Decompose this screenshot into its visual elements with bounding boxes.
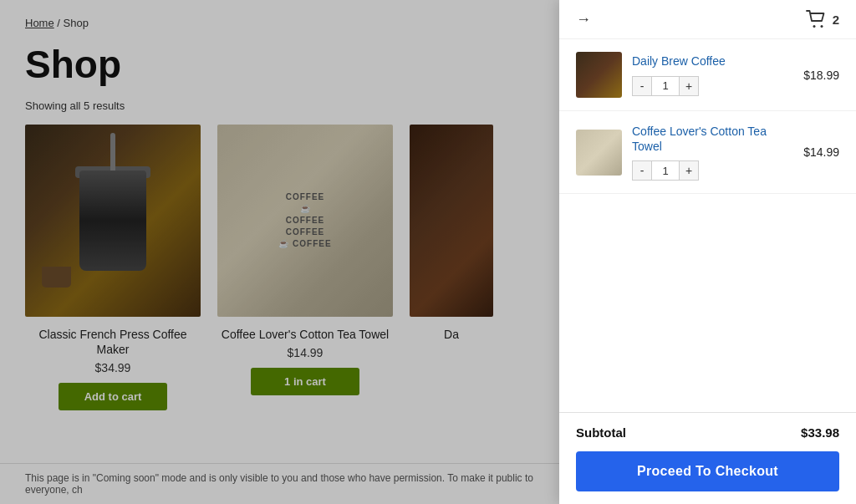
cart-item-price-daily-brew: $18.99 <box>803 69 839 82</box>
subtotal-row: Subtotal $33.98 <box>576 425 839 440</box>
cart-panel: → 2 Daily Brew Coffee - 1 + <box>559 0 856 504</box>
svg-point-1 <box>820 25 823 28</box>
product-name-tea-towel: Coffee Lover's Cotton Tea Towel <box>217 327 393 342</box>
breadcrumb-separator: / <box>57 17 63 29</box>
cart-item-image-daily-brew <box>576 52 622 98</box>
product-name-partial: Da <box>410 327 493 342</box>
cart-footer: Subtotal $33.98 Proceed To Checkout <box>559 412 856 504</box>
qty-controls-tea-towel: - 1 + <box>632 160 793 181</box>
product-card-tea-towel: COFFEE☕COFFEECOFFEE☕ COFFEE Coffee Lover… <box>217 125 393 410</box>
product-price-french-press: $34.99 <box>25 361 201 374</box>
cart-icon-wrapper: 2 <box>806 10 839 28</box>
cart-items-list: Daily Brew Coffee - 1 + $18.99 Coffee Lo… <box>559 39 856 412</box>
cart-item-price-tea-towel: $14.99 <box>803 145 839 159</box>
product-image-french-press <box>25 125 201 317</box>
product-image-tea-towel: COFFEE☕COFFEECOFFEE☕ COFFEE <box>217 125 393 317</box>
subtotal-label: Subtotal <box>576 425 626 440</box>
product-price-tea-towel: $14.99 <box>217 346 393 359</box>
cart-count-badge: 2 <box>833 13 839 27</box>
cart-item-daily-brew: Daily Brew Coffee - 1 + $18.99 <box>559 39 856 111</box>
qty-increase-tea-towel[interactable]: + <box>679 160 699 181</box>
breadcrumb: Home / Shop <box>0 0 560 38</box>
qty-increase-daily-brew[interactable]: + <box>679 76 699 96</box>
cart-item-name-tea-towel: Coffee Lover's Cotton Tea Towel <box>632 124 793 154</box>
add-to-cart-button-french-press[interactable]: Add to cart <box>59 383 167 410</box>
subtotal-amount: $33.98 <box>801 425 839 440</box>
towel-text-decoration: COFFEE☕COFFEECOFFEE☕ COFFEE <box>278 191 331 250</box>
coming-soon-notice: This page is in "Coming soon" mode and i… <box>0 463 560 504</box>
page-title: Shop <box>0 38 560 95</box>
results-count: Showing all 5 results <box>0 95 560 125</box>
breadcrumb-home-link[interactable]: Home <box>25 17 54 29</box>
qty-decrease-tea-towel[interactable]: - <box>632 160 652 181</box>
press-handle-decoration <box>110 133 115 175</box>
qty-decrease-daily-brew[interactable]: - <box>632 76 652 96</box>
cart-item-tea-towel: Coffee Lover's Cotton Tea Towel - 1 + $1… <box>559 111 856 194</box>
product-card-partial: Da <box>410 125 493 410</box>
cart-icon <box>806 10 828 28</box>
cart-item-info-daily-brew: Daily Brew Coffee - 1 + <box>632 53 793 95</box>
proceed-to-checkout-button[interactable]: Proceed To Checkout <box>576 451 839 491</box>
product-name-french-press: Classic French Press Coffee Maker <box>25 327 201 357</box>
back-arrow-icon[interactable]: → <box>576 11 591 28</box>
cart-item-thumbnail-towel <box>576 130 622 176</box>
breadcrumb-current: Shop <box>64 17 89 29</box>
cart-item-name-daily-brew: Daily Brew Coffee <box>632 53 793 69</box>
cart-header: → 2 <box>559 0 856 39</box>
product-grid: Classic French Press Coffee Maker $34.99… <box>0 125 560 410</box>
shop-background: Home / Shop Shop Showing all 5 results C… <box>0 0 560 504</box>
qty-controls-daily-brew: - 1 + <box>632 76 793 96</box>
cart-item-info-tea-towel: Coffee Lover's Cotton Tea Towel - 1 + <box>632 124 793 181</box>
qty-value-daily-brew: 1 <box>652 76 679 96</box>
in-cart-button-tea-towel[interactable]: 1 in cart <box>251 368 359 395</box>
cart-item-thumbnail-coffee <box>576 52 622 98</box>
product-image-partial <box>410 125 493 317</box>
cart-item-image-tea-towel <box>576 130 622 176</box>
product-card-french-press: Classic French Press Coffee Maker $34.99… <box>25 125 201 410</box>
svg-point-0 <box>813 25 815 28</box>
press-body-decoration <box>79 171 146 271</box>
cup-decoration <box>42 267 71 288</box>
qty-value-tea-towel: 1 <box>652 160 679 181</box>
